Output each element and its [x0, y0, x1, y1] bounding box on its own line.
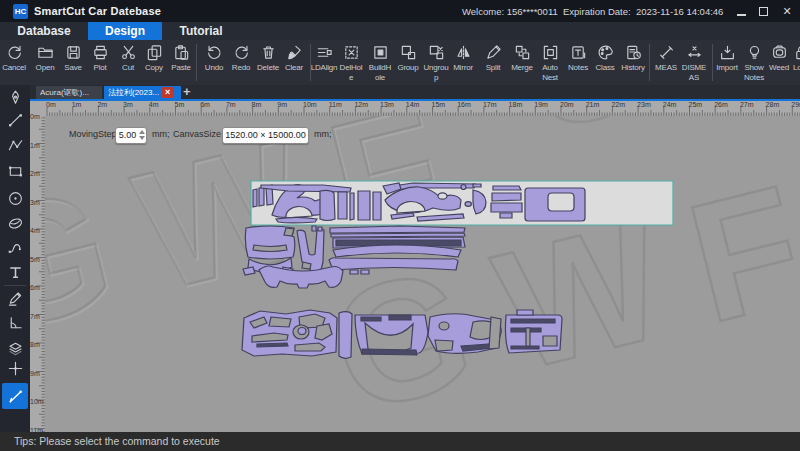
pattern-piece[interactable] [329, 258, 458, 270]
ellipse-tool[interactable] [3, 211, 27, 235]
pattern-piece[interactable] [435, 340, 453, 351]
pattern-piece[interactable] [318, 227, 322, 231]
pattern-piece[interactable] [511, 319, 555, 323]
minimize-button[interactable] [737, 6, 746, 16]
pen-tool[interactable] [3, 85, 27, 109]
h-ruler-label: 28m [766, 101, 780, 108]
canvas-size-input[interactable]: 1520.00 × 15000.00 [222, 127, 309, 144]
spline-tool[interactable] [3, 235, 27, 259]
pattern-piece[interactable] [339, 312, 352, 359]
v-ruler-label: 1m [30, 142, 40, 149]
pattern-piece[interactable] [269, 317, 291, 327]
tab-close-icon[interactable]: × [162, 87, 173, 98]
pattern-piece[interactable] [373, 192, 381, 220]
pattern-piece[interactable] [331, 233, 465, 237]
pattern-piece[interactable] [465, 202, 471, 207]
pattern-piece[interactable] [526, 328, 530, 347]
menu-tab-design[interactable]: Design [88, 22, 162, 40]
h-ruler-label: 26m [714, 101, 728, 108]
canvas-size-label: CanvasSize [173, 129, 221, 139]
pattern-piece[interactable] [284, 228, 294, 236]
pattern-piece[interactable] [312, 226, 316, 231]
pattern-piece[interactable] [243, 267, 255, 275]
horizontal-ruler: 0m1m2m3m4m5m6m7m8m9m10m11m12m13m14m15m16… [45, 101, 800, 116]
pattern-piece[interactable] [548, 193, 574, 211]
point-tool-icon [7, 360, 24, 377]
vertical-ruler: 0m1m2m3m4m5m6m7m8m9m10m11m [30, 116, 45, 432]
pattern-piece[interactable] [439, 322, 449, 330]
edit-tool[interactable] [3, 286, 27, 310]
pattern-piece[interactable] [298, 328, 306, 335]
pattern-piece[interactable] [493, 186, 521, 190]
menu-bar: DatabaseDesignTutorial [0, 22, 800, 40]
toolbar-separator [310, 44, 311, 81]
moving-step-unit: mm; [152, 129, 170, 139]
cancel-icon [6, 44, 23, 61]
title-bar: HC SmartCut Car Datebase Welcome: 156***… [0, 0, 800, 22]
pattern-piece[interactable] [350, 193, 354, 220]
polyline-tool[interactable] [3, 133, 27, 157]
pattern-piece[interactable] [295, 343, 325, 351]
h-ruler-label: 10m [303, 101, 317, 108]
document-tab-2[interactable]: 法拉利(2023...× [104, 86, 181, 99]
h-ruler-label: 3m [123, 101, 133, 108]
document-tab-1[interactable]: Acura(讴歌)... [36, 86, 102, 99]
pattern-piece[interactable] [500, 213, 512, 218]
pattern-piece[interactable] [362, 349, 417, 355]
lock-icon [793, 44, 800, 61]
pattern-piece[interactable] [253, 189, 257, 207]
pattern-piece[interactable] [259, 187, 264, 206]
h-ruler-label: 14m [406, 101, 420, 108]
pattern-piece[interactable] [361, 317, 381, 321]
spline-tool-icon [7, 239, 24, 256]
pattern-piece[interactable] [517, 310, 533, 315]
pattern-piece[interactable] [358, 191, 370, 220]
menu-tab-tutorial[interactable]: Tutorial [162, 22, 240, 40]
main-toolbar: CancelOpenSavePlotCutCopyPasteUndoRedoDe… [0, 40, 800, 85]
text-tool[interactable] [3, 260, 27, 284]
pattern-piece[interactable] [302, 262, 311, 269]
pattern-piece[interactable] [489, 317, 501, 349]
toolbar-separator [712, 44, 713, 81]
pattern-piece[interactable] [259, 266, 343, 288]
line-tool[interactable] [3, 108, 27, 132]
pattern-piece[interactable] [461, 185, 466, 190]
pattern-piece[interactable] [350, 270, 358, 274]
pattern-piece[interactable] [253, 245, 287, 252]
toolbar-button-lock[interactable]: Lock [778, 44, 800, 73]
v-ruler-label: 7m [30, 313, 40, 320]
pattern-piece[interactable] [320, 190, 335, 220]
new-tab-button[interactable]: + [183, 84, 191, 99]
pattern-piece[interactable] [438, 193, 447, 199]
pattern-piece[interactable] [492, 193, 521, 201]
pattern-piece[interactable] [338, 192, 347, 219]
h-ruler-label: 22m [611, 101, 625, 108]
maximize-button[interactable] [759, 7, 768, 16]
close-button[interactable]: ✕ [781, 5, 793, 18]
angle-tool[interactable] [3, 311, 27, 335]
pattern-piece[interactable] [257, 343, 288, 347]
pattern-piece[interactable] [473, 184, 481, 187]
h-ruler-label: 5m [175, 101, 185, 108]
circle-tool[interactable] [3, 186, 27, 210]
pattern-piece[interactable] [389, 315, 411, 320]
pencil-tool-icon [7, 290, 24, 307]
pattern-piece[interactable] [361, 270, 369, 274]
rectangle-tool[interactable] [3, 159, 27, 183]
dismeas-icon [686, 44, 703, 61]
v-ruler-label: 10m [30, 398, 44, 405]
toolbar-separator [196, 44, 197, 81]
moving-step-spinner[interactable] [139, 129, 146, 141]
h-ruler-label: 18m [509, 101, 523, 108]
pattern-piece[interactable] [511, 346, 539, 349]
menu-tab-database[interactable]: Database [0, 22, 88, 40]
pattern-piece[interactable] [330, 226, 465, 233]
moving-step-label: MovingStep [69, 129, 117, 139]
pattern-piece[interactable] [543, 336, 557, 346]
pattern-piece[interactable] [491, 203, 522, 212]
measure-tool[interactable] [2, 383, 28, 409]
pattern-piece[interactable] [276, 218, 317, 223]
v-ruler-label: 8m [30, 341, 40, 348]
point-tool[interactable] [3, 356, 27, 380]
line-tool-icon [7, 112, 24, 129]
